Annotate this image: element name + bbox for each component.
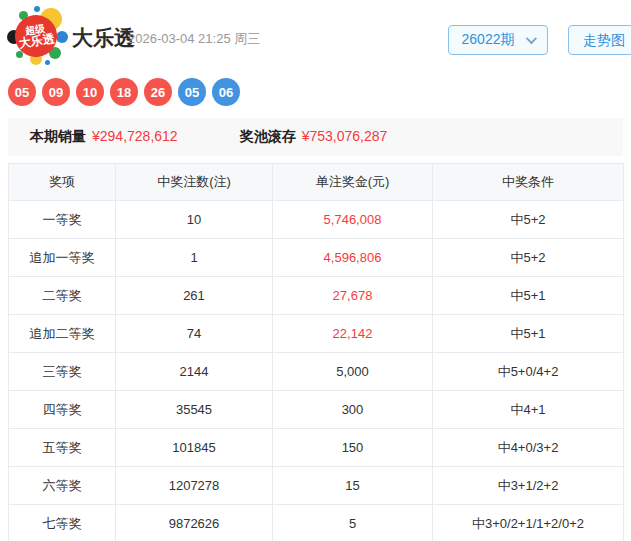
prize-name-cell: 五等奖 <box>9 429 116 467</box>
win-condition-cell: 中3+0/2+1/1+2/0+2 <box>433 505 624 541</box>
winning-count-cell: 101845 <box>116 429 273 467</box>
winning-count-cell: 1 <box>116 239 273 277</box>
sales-value: ¥294,728,612 <box>92 128 178 146</box>
prize-amount-cell: 5 <box>273 505 433 541</box>
draw-datetime: 2026-03-04 21:25 周三 <box>128 30 260 48</box>
win-condition-cell: 中5+1 <box>433 315 624 353</box>
summary-bar: 本期销量 ¥294,728,612 奖池滚存 ¥753,076,287 <box>8 118 623 156</box>
page-header: 超级 大乐透 大乐透 2026-03-04 21:25 周三 26022期 走势… <box>0 0 631 72</box>
prize-name-cell: 三等奖 <box>9 353 116 391</box>
lottery-ball: 18 <box>110 78 138 106</box>
prize-amount-cell: 300 <box>273 391 433 429</box>
win-condition-cell: 中4+0/3+2 <box>433 429 624 467</box>
logo-dot <box>34 6 40 12</box>
winning-count-cell: 2144 <box>116 353 273 391</box>
win-condition-cell: 中5+2 <box>433 201 624 239</box>
winning-count-cell: 261 <box>116 277 273 315</box>
period-dropdown-value: 26022期 <box>462 31 515 49</box>
prize-name-cell: 追加二等奖 <box>9 315 116 353</box>
pool-label: 奖池滚存 <box>240 128 296 146</box>
prize-amount-cell: 22,142 <box>273 315 433 353</box>
chevron-down-icon <box>526 33 537 44</box>
table-row: 七等奖 9872626 5 中3+0/2+1/1+2/0+2 <box>9 505 624 541</box>
prize-name-cell: 六等奖 <box>9 467 116 505</box>
win-condition-cell: 中5+2 <box>433 239 624 277</box>
lottery-ball: 09 <box>42 78 70 106</box>
table-row: 一等奖 10 5,746,008 中5+2 <box>9 201 624 239</box>
table-row: 六等奖 1207278 15 中3+1/2+2 <box>9 467 624 505</box>
prize-table-body: 一等奖 10 5,746,008 中5+2 追加一等奖 1 4,596,806 … <box>9 201 624 541</box>
win-condition-cell: 中4+1 <box>433 391 624 429</box>
logo-dot <box>45 60 50 65</box>
lottery-ball: 26 <box>144 78 172 106</box>
table-row: 五等奖 101845 150 中4+0/3+2 <box>9 429 624 467</box>
prize-name-cell: 一等奖 <box>9 201 116 239</box>
prize-amount-cell: 5,000 <box>273 353 433 391</box>
prize-amount-cell: 150 <box>273 429 433 467</box>
table-row: 四等奖 35545 300 中4+1 <box>9 391 624 429</box>
prize-table: 奖项 中奖注数(注) 单注奖金(元) 中奖条件 一等奖 10 5,746,008… <box>8 163 624 541</box>
prize-name-cell: 七等奖 <box>9 505 116 541</box>
prize-amount-cell: 27,678 <box>273 277 433 315</box>
prize-table-header-row: 奖项 中奖注数(注) 单注奖金(元) 中奖条件 <box>9 164 624 201</box>
period-dropdown[interactable]: 26022期 <box>448 25 548 55</box>
table-row: 追加二等奖 74 22,142 中5+1 <box>9 315 624 353</box>
winning-count-cell: 74 <box>116 315 273 353</box>
prize-amount-cell: 4,596,806 <box>273 239 433 277</box>
page-title: 大乐透 <box>72 24 135 52</box>
column-header-amount: 单注奖金(元) <box>273 164 433 201</box>
column-header-count: 中奖注数(注) <box>116 164 273 201</box>
winning-count-cell: 10 <box>116 201 273 239</box>
lottery-ball: 06 <box>212 78 240 106</box>
column-header-prize: 奖项 <box>9 164 116 201</box>
winning-count-cell: 1207278 <box>116 467 273 505</box>
lottery-ball: 10 <box>76 78 104 106</box>
win-condition-cell: 中5+0/4+2 <box>433 353 624 391</box>
prize-amount-cell: 5,746,008 <box>273 201 433 239</box>
prize-name-cell: 二等奖 <box>9 277 116 315</box>
lottery-ball: 05 <box>178 78 206 106</box>
winning-count-cell: 9872626 <box>116 505 273 541</box>
win-condition-cell: 中3+1/2+2 <box>433 467 624 505</box>
prize-amount-cell: 15 <box>273 467 433 505</box>
draw-numbers: 05091018260506 <box>8 78 240 106</box>
table-row: 三等奖 2144 5,000 中5+0/4+2 <box>9 353 624 391</box>
table-row: 追加一等奖 1 4,596,806 中5+2 <box>9 239 624 277</box>
prize-name-cell: 四等奖 <box>9 391 116 429</box>
logo-dot <box>56 31 68 43</box>
table-row: 二等奖 261 27,678 中5+1 <box>9 277 624 315</box>
logo-text-line2: 大乐透 <box>18 32 55 50</box>
pool-value: ¥753,076,287 <box>302 128 388 146</box>
trend-chart-button[interactable]: 走势图 <box>568 25 631 55</box>
winning-count-cell: 35545 <box>116 391 273 429</box>
column-header-condition: 中奖条件 <box>433 164 624 201</box>
prize-name-cell: 追加一等奖 <box>9 239 116 277</box>
lottery-ball: 05 <box>8 78 36 106</box>
win-condition-cell: 中5+1 <box>433 277 624 315</box>
super-lotto-logo: 超级 大乐透 <box>8 6 66 64</box>
sales-label: 本期销量 <box>30 128 86 146</box>
